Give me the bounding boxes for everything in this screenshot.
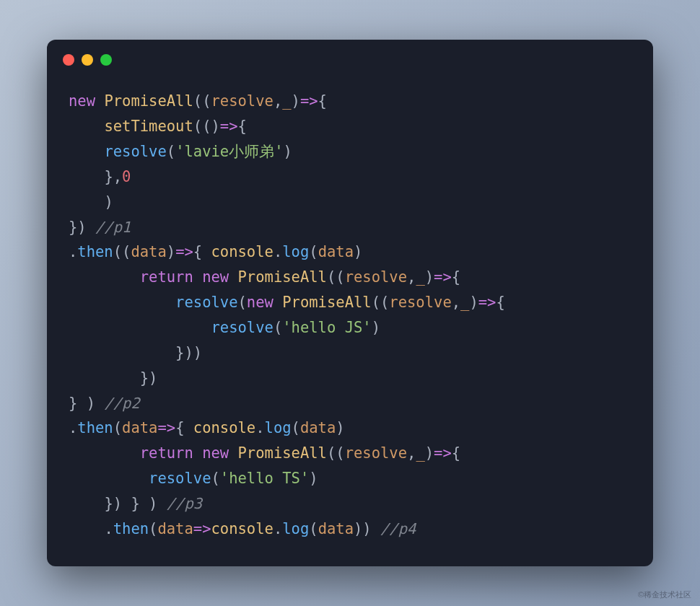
line-11: })) [69,344,202,361]
line-7: .then((data)=>{ console.log(data) [69,243,362,260]
minimize-icon[interactable] [82,54,93,66]
line-3: resolve('lavie小师弟') [69,143,292,160]
watermark: ©稀金技术社区 [638,589,691,600]
line-13: } ) //p2 [69,395,140,412]
line-5: ) [69,193,113,211]
line-9: resolve(new PromiseAll((resolve,_)=>{ [69,294,505,311]
line-2: setTimeout(()=>{ [69,118,247,135]
maximize-icon[interactable] [100,54,112,66]
code-block: new PromiseAll((resolve,_)=>{ setTimeout… [47,69,653,566]
line-6: }) //p1 [69,219,131,236]
line-18: .then(data=>console.log(data)) //p4 [69,520,416,537]
line-15: return new PromiseAll((resolve,_)=>{ [69,444,460,462]
line-8: return new PromiseAll((resolve,_)=>{ [69,268,460,286]
code-window: new PromiseAll((resolve,_)=>{ setTimeout… [47,40,653,566]
line-16: resolve('hello TS') [69,470,318,487]
line-4: },0 [69,168,131,185]
line-17: }) } ) //p3 [69,495,202,512]
close-icon[interactable] [63,54,74,66]
titlebar [47,40,653,69]
line-12: }) [69,369,157,387]
line-1: new PromiseAll((resolve,_)=>{ [69,92,327,110]
line-10: resolve('hello JS') [69,319,380,336]
line-14: .then(data=>{ console.log(data) [69,419,345,436]
